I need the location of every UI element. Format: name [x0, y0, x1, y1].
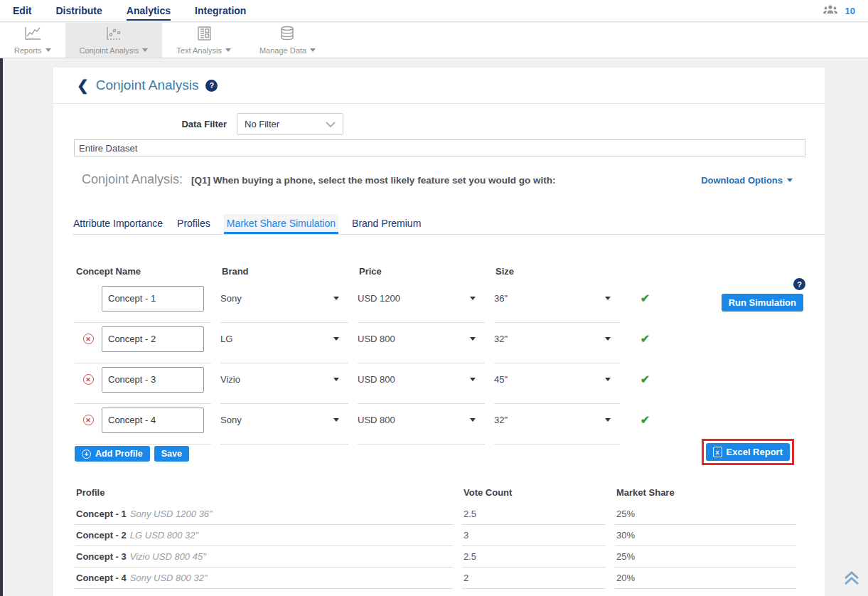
size-value: 36"	[494, 293, 508, 304]
nav-items: Edit Distribute Analytics Integration	[0, 1, 246, 21]
profile-description: Vizio USD 800 45"	[130, 551, 206, 562]
market-share-value: 25%	[615, 546, 805, 568]
size-dropdown[interactable]: 36"	[494, 280, 629, 317]
concept-row: ✕ Vizio USD 800 45" ✔	[75, 358, 805, 398]
concept-row: Sony USD 1200 36" ✔	[75, 277, 805, 317]
results-column-headers: Profile Vote Count Market Share	[75, 483, 805, 504]
chevron-down-icon	[225, 48, 231, 52]
user-count-badge[interactable]: 10	[845, 6, 855, 16]
line-chart-icon	[23, 26, 42, 44]
profile-name: Concept - 2	[76, 530, 127, 541]
download-options-link[interactable]: Download Options	[701, 175, 793, 186]
top-nav: Edit Distribute Analytics Integration 10	[0, 0, 868, 22]
simulation-column-headers: Concept Name Brand Price Size	[75, 266, 805, 277]
data-filter-select[interactable]: No Filter	[237, 113, 343, 135]
column-header-price: Price	[358, 266, 494, 277]
database-icon	[279, 26, 296, 44]
brand-value: Sony	[220, 415, 242, 425]
price-dropdown[interactable]: USD 800	[358, 401, 494, 439]
nav-item-distribute[interactable]: Distribute	[55, 1, 102, 21]
column-header-concept-name: Concept Name	[75, 266, 220, 277]
profile-name: Concept - 1	[76, 509, 127, 519]
simulation-actions: + Add Profile Save x Excel Report	[75, 446, 805, 462]
profile-description: LG USD 800 32"	[130, 530, 198, 541]
help-icon[interactable]: ?	[793, 278, 805, 290]
help-icon[interactable]: ?	[205, 80, 218, 92]
concept-name-input[interactable]	[102, 367, 204, 393]
price-value: USD 800	[358, 415, 395, 425]
add-profile-button[interactable]: + Add Profile	[75, 446, 150, 462]
toolbar-label: Reports	[14, 46, 42, 55]
delete-concept-icon[interactable]: ✕	[83, 415, 94, 425]
back-chevron-icon[interactable]: ❮	[77, 78, 89, 92]
chevron-down-icon	[470, 418, 476, 422]
delete-concept-icon[interactable]: ✕	[83, 374, 94, 385]
column-header-profile: Profile	[75, 483, 462, 504]
question-row: Conjoint Analysis: [Q1] When buying a ph…	[82, 172, 793, 187]
valid-check-icon: ✔	[641, 373, 650, 386]
toolbar-label: Text Analysis	[176, 46, 222, 55]
toolbar-label: Conjoint Analysis	[80, 46, 139, 55]
tab-profiles[interactable]: Profiles	[176, 214, 211, 234]
column-header-size: Size	[494, 266, 629, 277]
market-share-value: 20%	[615, 568, 805, 589]
toolbar-item-text-analysis[interactable]: Text Analysis	[162, 23, 245, 58]
vote-count-value: 2	[462, 568, 615, 589]
chevron-down-icon	[333, 418, 339, 422]
toolbar-item-manage-data[interactable]: Manage Data	[245, 23, 330, 58]
toolbar-item-reports[interactable]: Reports	[0, 23, 65, 58]
brand-dropdown[interactable]: Vizio	[220, 361, 358, 398]
chevron-down-icon	[333, 378, 339, 381]
concept-row: ✕ LG USD 800 32" ✔	[75, 317, 805, 358]
chevron-down-icon	[470, 297, 476, 300]
tab-market-share-simulation[interactable]: Market Share Simulation	[224, 214, 338, 234]
users-icon[interactable]	[823, 4, 838, 18]
scroll-to-top-button[interactable]	[842, 569, 861, 590]
chevron-down-icon	[470, 337, 476, 341]
save-button[interactable]: Save	[154, 446, 189, 462]
results-row: Concept - 1Sony USD 1200 36" 2.5 25%	[75, 504, 805, 525]
excel-report-button[interactable]: x Excel Report	[706, 443, 790, 461]
size-dropdown[interactable]: 32"	[494, 401, 629, 439]
add-profile-label: Add Profile	[95, 449, 143, 459]
chevron-down-icon	[605, 337, 611, 341]
nav-item-integration[interactable]: Integration	[195, 1, 246, 21]
panel-header: ❮ Conjoint Analysis ?	[53, 68, 825, 104]
concept-name-input[interactable]	[102, 408, 204, 433]
vote-count-value: 3	[462, 525, 615, 546]
delete-concept-icon[interactable]: ✕	[83, 334, 94, 344]
dataset-input[interactable]	[74, 139, 805, 156]
analytics-toolbar: Reports Conjoint Analysis Text Analysis	[0, 23, 868, 58]
run-simulation-button[interactable]: Run Simulation	[722, 294, 803, 312]
concept-name-input[interactable]	[102, 286, 204, 312]
excel-report-highlight: x Excel Report	[702, 439, 794, 465]
data-filter-row: Data Filter No Filter	[53, 113, 825, 135]
column-header-brand: Brand	[220, 266, 358, 277]
profile-name: Concept - 4	[76, 573, 127, 583]
concept-name-input[interactable]	[102, 326, 204, 352]
tab-attribute-importance[interactable]: Attribute Importance	[73, 214, 164, 234]
question-text: [Q1] When buying a phone, select the mos…	[191, 175, 701, 186]
brand-dropdown[interactable]: Sony	[220, 401, 358, 439]
valid-check-icon: ✔	[641, 292, 650, 305]
concept-row: ✕ Sony USD 800 32" ✔	[75, 398, 805, 439]
nav-item-edit[interactable]: Edit	[13, 1, 31, 21]
brand-dropdown[interactable]: Sony	[220, 280, 358, 317]
market-share-value: 30%	[615, 525, 805, 546]
size-dropdown[interactable]: 32"	[494, 320, 629, 358]
results-row: Concept - 3Vizio USD 800 45" 2.5 25%	[75, 546, 805, 568]
brand-dropdown[interactable]: LG	[220, 320, 358, 358]
toolbar-item-conjoint-analysis[interactable]: Conjoint Analysis	[65, 23, 163, 58]
excel-report-label: Excel Report	[727, 447, 783, 457]
price-dropdown[interactable]: USD 1200	[358, 280, 494, 317]
tab-brand-premium[interactable]: Brand Premium	[351, 214, 422, 234]
data-filter-value: No Filter	[245, 119, 279, 129]
brand-value: Sony	[220, 293, 242, 304]
chevron-down-icon	[787, 179, 793, 182]
price-value: USD 800	[358, 334, 395, 344]
price-dropdown[interactable]: USD 800	[358, 320, 494, 358]
double-chevron-up-icon	[842, 569, 861, 587]
nav-item-analytics[interactable]: Analytics	[127, 1, 171, 21]
price-dropdown[interactable]: USD 800	[358, 361, 494, 398]
size-dropdown[interactable]: 45"	[494, 361, 629, 398]
